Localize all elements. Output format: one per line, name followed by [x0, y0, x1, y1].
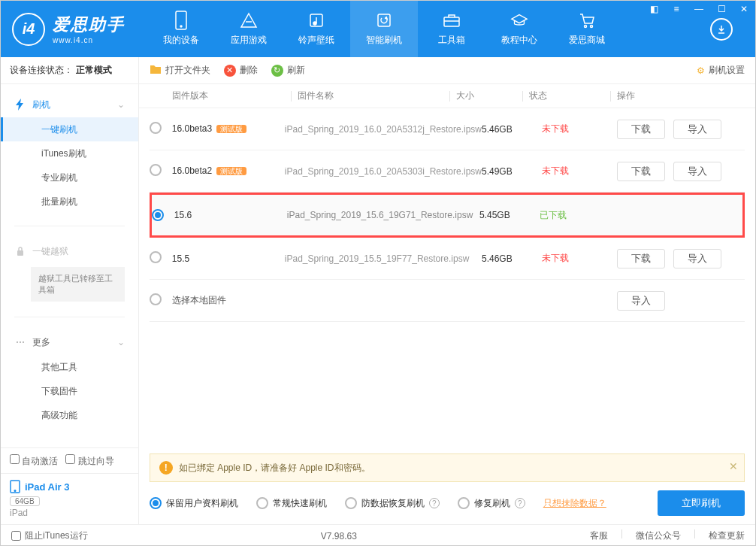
firmware-size: 5.49GB — [482, 166, 542, 177]
firmware-name: iPad_Spring_2019_16.0_20A5303i_Restore.i… — [285, 166, 482, 177]
flash-settings-button[interactable]: ⚙刷机设置 — [697, 64, 745, 77]
apps-icon — [240, 11, 258, 29]
footer-wechat[interactable]: 微信公众号 — [636, 529, 681, 542]
svg-rect-6 — [444, 17, 459, 26]
sidebar-item-advanced[interactable]: 高级功能 — [1, 403, 138, 427]
col-status: 状态 — [529, 89, 604, 102]
footer: 阻止iTunes运行 V7.98.63 客服 微信公众号 检查更新 — [1, 524, 755, 546]
brand[interactable]: i4 爱思助手 www.i4.cn — [12, 13, 125, 46]
version-label: V7.98.63 — [321, 531, 357, 541]
jailbreak-note: 越狱工具已转移至工具箱 — [31, 267, 125, 302]
firmware-radio[interactable] — [152, 209, 164, 221]
firmware-status: 未下载 — [542, 165, 617, 177]
col-name: 固件名称 — [298, 89, 443, 102]
nav-toolbox[interactable]: 工具箱 — [418, 1, 485, 57]
firmware-size: 5.46GB — [482, 253, 542, 264]
nav-tutorials[interactable]: 教程中心 — [485, 1, 553, 57]
sidebar-item-batch[interactable]: 批量刷机 — [1, 190, 138, 214]
svg-rect-5 — [378, 14, 390, 26]
delete-icon: ✕ — [224, 65, 236, 77]
firmware-version: 16.0beta3测试版 — [172, 123, 285, 135]
sidebar-item-itunes[interactable]: iTunes刷机 — [1, 141, 138, 165]
firmware-row[interactable]: 16.0beta2测试版 iPad_Spring_2019_16.0_20A53… — [150, 150, 745, 193]
firmware-size: 5.46GB — [482, 124, 542, 135]
col-size: 大小 — [456, 89, 516, 102]
phone-icon — [172, 11, 190, 29]
auto-activate-bar: 自动激活 跳过向导 — [1, 447, 138, 473]
opt-anti-recovery[interactable]: 防数据恢复刷机? — [345, 497, 440, 510]
sidebar-group-jailbreak[interactable]: 一键越狱 — [1, 238, 138, 264]
firmware-version: 15.6 — [174, 210, 287, 220]
footer-support[interactable]: 客服 — [590, 529, 608, 542]
warning-icon: ! — [159, 461, 173, 475]
sidebar-group-more[interactable]: ⋯ 更多 ⌄ — [1, 329, 138, 355]
firmware-row[interactable]: 15.5 iPad_Spring_2019_15.5_19F77_Restore… — [150, 238, 745, 280]
open-folder-button[interactable]: 打开文件夹 — [150, 64, 210, 77]
firmware-name: iPad_Spring_2019_15.6_19G71_Restore.ipsw — [287, 210, 479, 220]
auto-activate-checkbox[interactable]: 自动激活 — [10, 454, 58, 468]
firmware-version: 15.5 — [172, 253, 285, 264]
firmware-row-local[interactable]: 选择本地固件 导入 — [150, 280, 745, 322]
flash-icon — [14, 99, 26, 111]
minimize-icon[interactable]: — — [688, 1, 710, 17]
firmware-radio[interactable] — [150, 122, 162, 134]
select-local-label: 选择本地固件 — [172, 294, 285, 307]
firmware-radio[interactable] — [150, 293, 162, 305]
download-button[interactable]: 下载 — [617, 120, 665, 139]
sidebar-item-pro[interactable]: 专业刷机 — [1, 165, 138, 190]
nav-my-device[interactable]: 我的设备 — [147, 1, 215, 57]
skin-icon[interactable]: ◧ — [643, 1, 665, 17]
lock-icon — [14, 245, 26, 257]
opt-fast[interactable]: 常规快速刷机 — [256, 497, 327, 510]
help-icon[interactable]: ? — [515, 498, 525, 508]
col-ops: 操作 — [617, 89, 745, 102]
nav-flash[interactable]: 智能刷机 — [350, 1, 418, 57]
skip-guide-checkbox[interactable]: 跳过向导 — [65, 454, 113, 468]
tablet-icon — [10, 480, 20, 493]
nav-ringtones[interactable]: 铃声壁纸 — [283, 1, 350, 57]
help-icon[interactable]: ? — [429, 498, 440, 508]
download-button[interactable]: 下载 — [617, 249, 665, 268]
warning-close-button[interactable]: ✕ — [729, 460, 738, 472]
more-icon: ⋯ — [14, 336, 26, 348]
firmware-list: 16.0beta3测试版 iPad_Spring_2019_16.0_20A53… — [139, 108, 755, 322]
download-button[interactable]: 下载 — [617, 162, 665, 181]
block-itunes-checkbox[interactable]: 阻止iTunes运行 — [11, 529, 88, 542]
opt-repair[interactable]: 修复刷机? — [458, 497, 525, 510]
flash-now-button[interactable]: 立即刷机 — [658, 490, 745, 516]
nav-store[interactable]: 爱思商城 — [553, 1, 621, 57]
firmware-row[interactable]: 16.0beta3测试版 iPad_Spring_2019_16.0_20A53… — [150, 108, 745, 150]
sidebar-item-download[interactable]: 下载固件 — [1, 379, 138, 403]
flash-options: 保留用户资料刷机 常规快速刷机 防数据恢复刷机? 修复刷机? 只想抹除数据？ 立… — [139, 482, 755, 524]
maximize-icon[interactable]: ☐ — [710, 1, 733, 17]
import-button[interactable]: 导入 — [673, 120, 721, 139]
sidebar-group-flash[interactable]: 刷机 ⌄ — [1, 92, 138, 117]
svg-point-8 — [585, 26, 587, 28]
cart-icon — [578, 11, 596, 29]
brand-url: www.i4.cn — [53, 36, 125, 44]
import-button[interactable]: 导入 — [673, 162, 721, 181]
firmware-status: 已下载 — [540, 209, 615, 222]
firmware-row[interactable]: 15.6 iPad_Spring_2019_15.6_19G71_Restore… — [150, 193, 745, 238]
svg-point-9 — [591, 26, 593, 28]
sidebar-item-other[interactable]: 其他工具 — [1, 355, 138, 379]
refresh-button[interactable]: ↻刷新 — [271, 64, 305, 77]
device-info[interactable]: iPad Air 3 64GB iPad — [1, 473, 138, 524]
import-button[interactable]: 导入 — [673, 249, 721, 268]
download-manager-icon[interactable] — [710, 18, 733, 41]
brand-title: 爱思助手 — [53, 14, 125, 36]
footer-update[interactable]: 检查更新 — [709, 529, 745, 542]
menu-icon[interactable]: ≡ — [665, 1, 688, 17]
opt-keep-data[interactable]: 保留用户资料刷机 — [150, 497, 238, 510]
firmware-radio[interactable] — [150, 251, 162, 263]
firmware-version: 16.0beta2测试版 — [172, 165, 285, 177]
nav-apps[interactable]: 应用游戏 — [215, 1, 283, 57]
sidebar-item-oneclick[interactable]: 一键刷机 — [1, 117, 138, 141]
erase-link[interactable]: 只想抹除数据？ — [543, 497, 606, 510]
delete-button[interactable]: ✕删除 — [224, 64, 258, 77]
close-icon[interactable]: ✕ — [733, 1, 755, 17]
import-button[interactable]: 导入 — [617, 291, 665, 311]
chevron-down-icon: ⌄ — [117, 99, 125, 110]
svg-rect-10 — [17, 250, 23, 256]
firmware-radio[interactable] — [150, 164, 162, 176]
